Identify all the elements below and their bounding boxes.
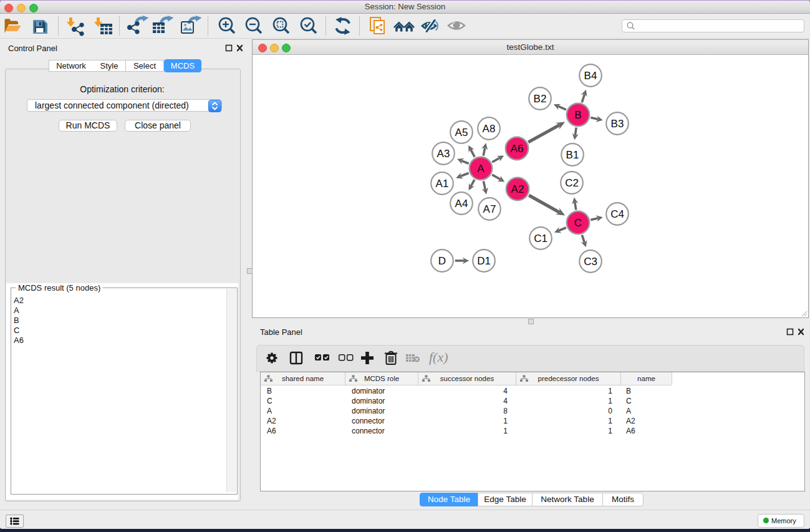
svg-text:C2: C2: [565, 177, 579, 189]
svg-text:C: C: [574, 217, 582, 229]
svg-text:C4: C4: [610, 208, 624, 220]
svg-text:A1: A1: [436, 178, 449, 190]
svg-text:A4: A4: [455, 198, 468, 210]
svg-text:B3: B3: [611, 118, 624, 130]
svg-text:D: D: [438, 255, 446, 267]
svg-text:A5: A5: [455, 127, 468, 138]
svg-text:A3: A3: [437, 148, 450, 160]
svg-text:A7: A7: [483, 203, 496, 215]
svg-text:B2: B2: [534, 93, 547, 105]
svg-text:A: A: [477, 163, 485, 175]
svg-text:B1: B1: [566, 149, 579, 161]
svg-text:A6: A6: [511, 143, 524, 155]
svg-text:D1: D1: [477, 255, 491, 267]
svg-text:B4: B4: [584, 70, 597, 82]
svg-text:A8: A8: [483, 123, 496, 135]
svg-text:B: B: [574, 109, 581, 121]
svg-text:C1: C1: [534, 233, 547, 244]
svg-text:A2: A2: [511, 183, 524, 195]
svg-text:C3: C3: [584, 256, 597, 268]
